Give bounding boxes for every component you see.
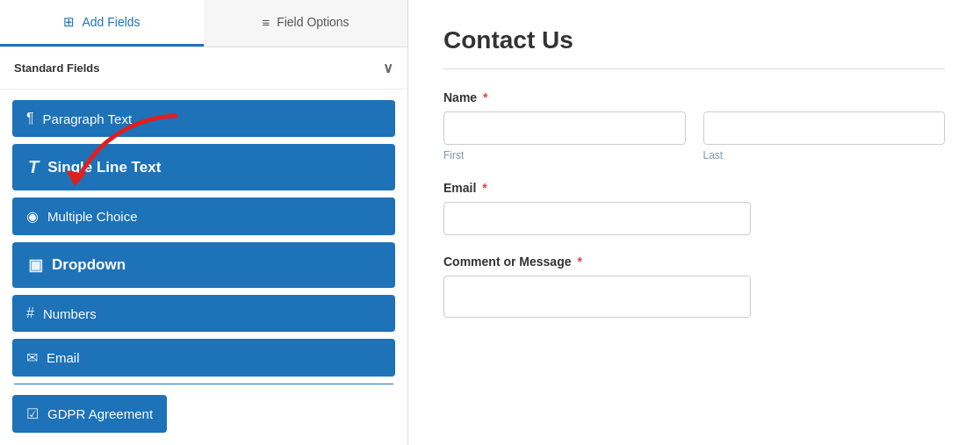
numbers-label: Numbers bbox=[43, 306, 97, 321]
first-name-hint: First bbox=[443, 149, 686, 161]
paragraph-text-button[interactable]: ¶ Paragraph Text bbox=[12, 100, 395, 137]
tabs-bar: ⊞ Add Fields ≡ Field Options bbox=[0, 0, 407, 47]
email-label: Email bbox=[47, 350, 80, 365]
multiple-choice-label: Multiple Choice bbox=[47, 209, 138, 224]
dropdown-label: Dropdown bbox=[52, 256, 126, 274]
email-label: Email * bbox=[443, 181, 945, 195]
single-line-text-label: Single Line Text bbox=[47, 159, 161, 176]
chevron-down-icon: ∨ bbox=[383, 60, 393, 76]
tab-field-options-label: Field Options bbox=[277, 15, 349, 29]
right-panel: Contact Us Name * First Last Email * C bbox=[408, 0, 980, 445]
single-line-icon: T bbox=[28, 157, 39, 177]
multiple-choice-button[interactable]: ◉ Multiple Choice bbox=[12, 197, 395, 235]
name-required-star: * bbox=[483, 90, 487, 104]
name-field: Name * First Last bbox=[443, 90, 945, 161]
email-field: Email * bbox=[443, 181, 945, 235]
name-label: Name * bbox=[443, 90, 945, 104]
comment-required-star: * bbox=[577, 255, 581, 269]
paragraph-icon: ¶ bbox=[26, 111, 34, 126]
add-fields-icon: ⊞ bbox=[63, 14, 75, 30]
dropdown-button[interactable]: ▣ Dropdown bbox=[12, 242, 395, 288]
comment-label: Comment or Message * bbox=[443, 255, 945, 269]
email-required-star: * bbox=[482, 181, 486, 195]
section-title: Standard Fields bbox=[14, 61, 100, 75]
gdpr-label: GDPR Agreement bbox=[47, 406, 153, 421]
last-name-input[interactable] bbox=[703, 111, 946, 145]
standard-fields-header: Standard Fields ∨ bbox=[0, 47, 407, 90]
bottom-field-area: ☑ GDPR Agreement bbox=[0, 384, 407, 445]
field-options-icon: ≡ bbox=[262, 15, 270, 30]
last-name-col: Last bbox=[703, 111, 946, 161]
form-divider bbox=[443, 68, 945, 69]
email-input[interactable] bbox=[443, 202, 751, 235]
first-name-col: First bbox=[443, 111, 686, 161]
comment-textarea[interactable] bbox=[443, 276, 751, 318]
tab-add-fields-label: Add Fields bbox=[82, 15, 140, 29]
numbers-icon: # bbox=[26, 305, 34, 321]
first-name-input[interactable] bbox=[443, 111, 686, 145]
single-line-text-button[interactable]: T Single Line Text bbox=[12, 144, 395, 190]
tab-field-options[interactable]: ≡ Field Options bbox=[204, 0, 407, 47]
form-title: Contact Us bbox=[443, 26, 945, 54]
dropdown-icon: ▣ bbox=[28, 255, 43, 275]
multiple-choice-icon: ◉ bbox=[26, 208, 39, 225]
paragraph-text-label: Paragraph Text bbox=[43, 111, 132, 126]
numbers-button[interactable]: # Numbers bbox=[12, 295, 395, 332]
left-panel: ⊞ Add Fields ≡ Field Options Standard Fi… bbox=[0, 0, 408, 445]
tab-add-fields[interactable]: ⊞ Add Fields bbox=[0, 0, 204, 47]
comment-field: Comment or Message * bbox=[443, 255, 945, 321]
email-button[interactable]: ✉ Email bbox=[12, 339, 395, 377]
gdpr-agreement-button[interactable]: ☑ GDPR Agreement bbox=[12, 395, 167, 433]
name-row: First Last bbox=[443, 111, 945, 161]
fields-list: ¶ Paragraph Text T Single Line Text ◉ Mu… bbox=[0, 90, 407, 384]
hcaptcha-button[interactable]: ⊕ hCaptcha bbox=[12, 384, 395, 384]
email-icon: ✉ bbox=[26, 349, 38, 366]
gdpr-icon: ☑ bbox=[26, 406, 39, 422]
last-name-hint: Last bbox=[703, 149, 946, 161]
